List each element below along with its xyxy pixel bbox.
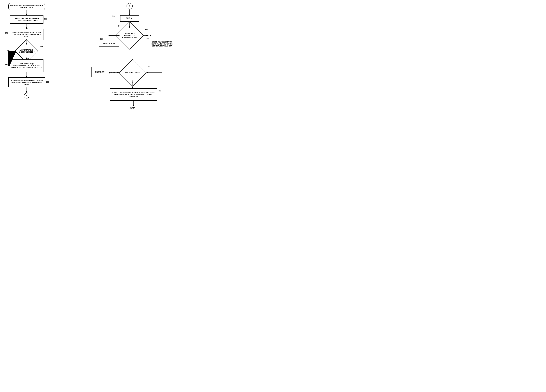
end-text: END (130, 107, 135, 109)
label-230: 230 (146, 38, 149, 40)
box-206: STORE EACH UNIQUE UNCOMPRESSIBLE DATA IT… (10, 59, 44, 72)
svg-marker-23 (150, 35, 151, 37)
no-label-226: NO (132, 82, 134, 83)
yes-label-222: YES (145, 35, 149, 37)
box-224: ENCODE ROW (99, 40, 119, 47)
label-208: 208 (46, 81, 49, 83)
no-label-222: NO (110, 35, 112, 37)
circle-a-left: A (24, 93, 29, 98)
label-226: 226 (148, 66, 150, 68)
yes-label-226: YES (112, 72, 115, 73)
box-228: NEXT ROW (91, 67, 108, 77)
label-202: 202 (5, 32, 8, 34)
no-label-left: NO (7, 50, 10, 52)
box-230: STORE ROW DESCRIPTOR IDENTICAL TO THAT O… (148, 38, 176, 50)
label-220: 220 (112, 15, 115, 17)
diamond-226: ANY MORE ROWS ? (119, 65, 146, 80)
diamond-222: IS ROW DATAIDENTICAL TOA PREVIOUS ROW ? (116, 28, 143, 43)
label-200: 200 (44, 18, 47, 20)
box-200: DEFINE CODE DESCRIPTORS FOR COMPRESSIBLE… (10, 15, 44, 24)
diamond-204: ANY DATA ITEMSUNCOMPRESSIBLE ? (14, 45, 39, 57)
label-204: 204 (40, 46, 43, 48)
yes-label-left: YES (26, 58, 29, 59)
start-box: ENCODE AND STORE COMPRESSED DATA LOOKUP … (8, 3, 45, 10)
flowchart-diagram: ENCODE AND STORE COMPRESSED DATA LOOKUP … (0, 0, 183, 131)
label-228: 228 (109, 71, 112, 73)
box-row-1: ROW = 1 (120, 15, 139, 22)
label-224: 224 (100, 38, 103, 40)
label-206: 206 (5, 64, 8, 65)
label-222: 222 (145, 29, 148, 31)
circle-a-right-top: A (127, 3, 133, 9)
label-232: 232 (159, 90, 161, 92)
box-208: STORE NUMBER OF ROWS AND COLUMNS OF THE … (8, 77, 45, 87)
box-232: STORE COMPRESSED DATA LOOKUP TABLE AND T… (110, 88, 157, 101)
box-202: SCAN UNCOMPRESSED DATA LOOKUP TABLE FOR … (10, 29, 44, 40)
